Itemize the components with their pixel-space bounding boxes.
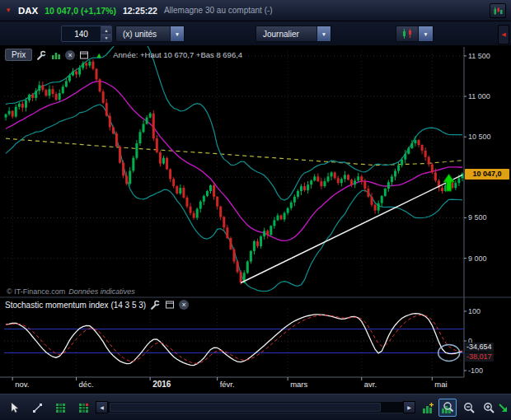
- chart-area[interactable]: [0, 46, 511, 394]
- wrench-icon[interactable]: [35, 49, 47, 61]
- smi-panel-header: Stochastic momentum index (14 3 5 3) ×: [5, 299, 189, 310]
- zoom-area-icon[interactable]: [438, 399, 457, 417]
- zoom-in-icon[interactable]: [480, 399, 498, 417]
- instrument-description: Allemagne 30 au comptant (-): [164, 6, 273, 15]
- zoom-preset-icon[interactable]: [419, 399, 437, 417]
- trendline-tool-icon[interactable]: [28, 399, 46, 417]
- chart-toolbar: ▲ ▼ (x) unités ▼ Journalier ▼ ▼: [0, 21, 511, 46]
- last-quote: 10 047,0 (+1,17%): [45, 6, 116, 16]
- scroll-right-button[interactable]: ▶: [403, 401, 415, 413]
- units-input[interactable]: [62, 26, 101, 41]
- price-panel-label[interactable]: Prix: [5, 49, 32, 61]
- smi-value-tag: -34,654: [465, 343, 494, 352]
- quote-time: 12:25:22: [123, 6, 157, 16]
- close-icon[interactable]: ×: [65, 50, 75, 60]
- chart-scrollbar[interactable]: ◀ ▶: [96, 401, 415, 413]
- candles-glyph: [493, 6, 503, 16]
- scrollbar-track[interactable]: [108, 401, 403, 413]
- expand-chart-icon[interactable]: [496, 399, 509, 417]
- data-notice: Données indicatives: [68, 287, 135, 296]
- units-decrement-button[interactable]: ▼: [101, 34, 111, 41]
- units-mode-label: (x) unités: [116, 26, 170, 41]
- units-mode-select[interactable]: (x) unités ▼: [115, 26, 185, 42]
- chart-style-button[interactable]: [396, 26, 419, 42]
- quotes-grid-icon[interactable]: [74, 399, 92, 417]
- cursor-icon[interactable]: [5, 399, 23, 417]
- add-indicator-icon[interactable]: [50, 49, 62, 61]
- year-range-info: Année: +Haut 10 670,7 +Bas 8 696,4: [113, 50, 242, 59]
- panel-open-icon: ◀: [501, 31, 505, 38]
- indicators-grid-icon[interactable]: [51, 399, 69, 417]
- price-panel-header: Prix × ▲ Année: +Haut 10 670,7 +Bas 8 69…: [5, 49, 242, 61]
- wrench-icon[interactable]: [149, 299, 161, 310]
- zoom-out-icon[interactable]: [460, 399, 478, 417]
- chevron-down-icon[interactable]: ▼: [170, 26, 184, 41]
- bottom-toolbar: ◀ ▶: [0, 394, 511, 420]
- timeframe-select[interactable]: Journalier ▼: [256, 26, 331, 42]
- mini-chart-icon[interactable]: [490, 3, 506, 18]
- timeframe-label: Journalier: [256, 26, 316, 41]
- smi-signal-tag: -38,017: [465, 352, 494, 362]
- window-icon[interactable]: [164, 299, 176, 310]
- window-icon[interactable]: [78, 49, 90, 61]
- last-price-tag: 10 047,0: [465, 169, 509, 180]
- side-panel-toggle[interactable]: ◀: [498, 25, 509, 44]
- chevron-down-icon[interactable]: ▼: [316, 26, 331, 41]
- units-stepper[interactable]: ▲ ▼: [61, 26, 112, 42]
- candlestick-style-icon: [401, 28, 414, 40]
- units-spin-arrows: ▲ ▼: [101, 26, 111, 41]
- close-icon[interactable]: ×: [179, 300, 189, 310]
- copyright-text: © IT-Finance.com: [7, 287, 65, 296]
- copyright-notice: © IT-Finance.comDonnées indicatives: [7, 287, 135, 296]
- scroll-left-button[interactable]: ◀: [96, 401, 108, 413]
- symbol-name: DAX: [18, 6, 38, 16]
- symbol-dropdown-icon[interactable]: ▼: [5, 7, 12, 14]
- chart-style-dropdown-button[interactable]: ▼: [419, 26, 434, 42]
- title-bar: ▼ DAX 10 047,0 (+1,17%) 12:25:22 Allemag…: [0, 0, 511, 21]
- signal-arrow-icon[interactable]: ▲: [93, 49, 105, 61]
- scrollbar-thumb[interactable]: [110, 403, 381, 412]
- units-increment-button[interactable]: ▲: [101, 26, 111, 34]
- smi-title: Stochastic momentum index (14 3 5 3): [5, 301, 146, 310]
